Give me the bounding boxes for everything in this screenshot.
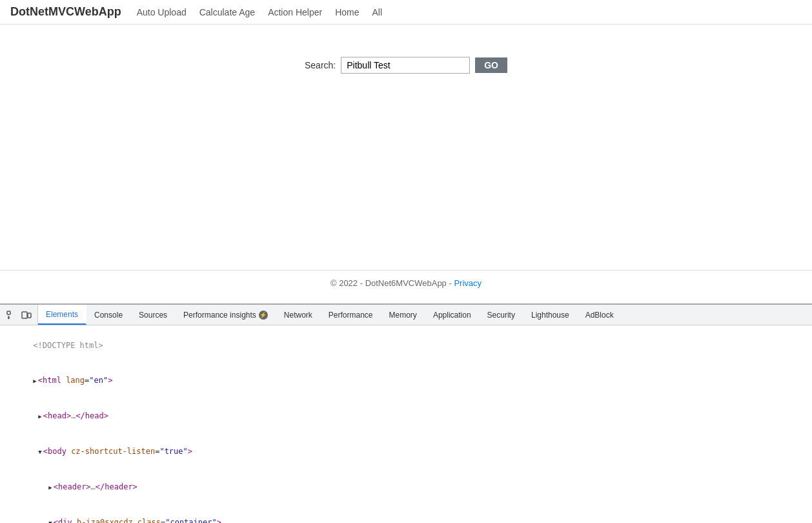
- nav-action-helper[interactable]: Action Helper: [268, 7, 322, 17]
- footer-privacy-link[interactable]: Privacy: [454, 278, 482, 288]
- footer: © 2022 - DotNet6MVCWebApp - Privacy: [0, 270, 812, 296]
- navbar: DotNetMVCWebApp Auto Upload Calculate Ag…: [0, 0, 812, 25]
- search-label: Search:: [305, 60, 336, 70]
- nav-calculate-age[interactable]: Calculate Age: [199, 7, 255, 17]
- search-input[interactable]: [341, 57, 470, 74]
- main-content: Search: GO: [0, 25, 812, 270]
- go-button[interactable]: GO: [475, 57, 507, 73]
- search-row: Search: GO: [305, 57, 507, 74]
- navbar-links: Auto Upload Calculate Age Action Helper …: [137, 7, 382, 17]
- nav-all[interactable]: All: [372, 7, 383, 17]
- nav-auto-upload[interactable]: Auto Upload: [137, 7, 187, 17]
- footer-text: © 2022 - DotNet6MVCWebApp -: [330, 278, 452, 288]
- nav-home[interactable]: Home: [335, 7, 359, 17]
- navbar-brand: DotNetMVCWebApp: [10, 5, 121, 19]
